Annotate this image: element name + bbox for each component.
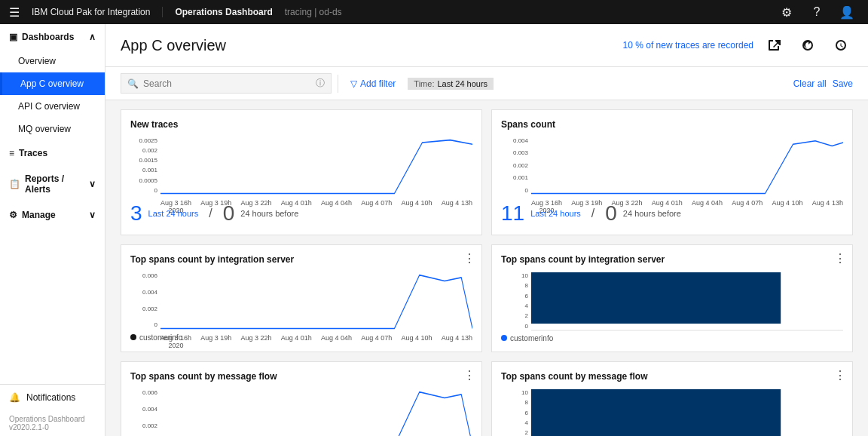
new-traces-stat-right: 0	[223, 201, 235, 226]
filter-icon: ▽	[350, 78, 357, 89]
x-label-8: Aug 4 13h	[442, 199, 472, 214]
top-spans-line-y-axis: 0.006 0.004 0.002 0	[130, 271, 157, 330]
top-spans-msg-flow-bar-menu[interactable]: ⋮	[834, 368, 846, 382]
top-spans-msg-flow-line-card: Top spans count by message flow ⋮ 0.006 …	[121, 361, 482, 436]
top-spans-int-server-line-title: Top spans count by integration server	[130, 254, 472, 265]
content-header-actions: 10 % of new traces are recorded	[623, 33, 853, 57]
top-spans-msg-flow-bar-inner	[531, 388, 843, 436]
traces-icon: ≡	[9, 148, 14, 158]
y-label-6: 0	[154, 187, 157, 194]
search-input[interactable]	[143, 78, 316, 89]
top-spans-int-server-bar-title: Top spans count by integration server	[501, 254, 843, 265]
x-label-6: Aug 4 07h	[361, 199, 392, 214]
traces-label: Traces	[19, 148, 47, 158]
x-label-7: Aug 4 10h	[402, 199, 432, 214]
sidebar-section-header-manage[interactable]: ⚙ Manage ∨	[0, 202, 105, 228]
top-spans-msg-flow-bar-title: Top spans count by message flow	[501, 371, 843, 382]
legend-label-bar: customerinfo	[510, 334, 553, 342]
filter-tags-area: Time: Last 24 hours	[408, 78, 787, 90]
add-filter-button[interactable]: ▽ Add filter	[344, 75, 402, 92]
sidebar-item-appc-overview[interactable]: App C overview	[0, 72, 105, 95]
time-icon[interactable]	[829, 33, 853, 57]
new-traces-stat-right-label: 24 hours before	[240, 209, 298, 218]
search-box[interactable]: 🔍 ⓘ	[121, 73, 332, 94]
top-spans-bar-y-axis: 10 8 6 4 2 0	[501, 271, 528, 331]
sidebar-item-overview[interactable]: Overview	[0, 50, 105, 72]
topbar: ☰ IBM Cloud Pak for Integration Operatio…	[0, 0, 868, 24]
top-spans-int-server-bar-menu[interactable]: ⋮	[834, 251, 846, 266]
legend-label: customerinfo	[139, 333, 182, 342]
dashboards-icon: ▣	[9, 32, 17, 42]
y-label-5: 0.0005	[139, 177, 157, 184]
info-icon[interactable]: ⓘ	[316, 77, 325, 90]
new-traces-stat-left-label: Last 24 hours	[148, 209, 199, 218]
new-traces-stat-left: 3	[130, 201, 142, 226]
top-spans-int-server-line-menu[interactable]: ⋮	[463, 251, 475, 266]
top-spans-msg-flow-bar-wrapper: 10 8 6 4 2 0	[501, 388, 843, 436]
time-filter-tag[interactable]: Time: Last 24 hours	[408, 78, 494, 90]
top-spans-int-server-bar-wrapper: 10 8 6 4 2 0	[501, 271, 843, 331]
top-spans-int-server-bar-inner	[531, 271, 843, 331]
filter-bar: 🔍 ⓘ ▽ Add filter Time: Last 24 hours Cle…	[105, 67, 868, 100]
new-traces-card: New traces 0.0025 0.002 0.0015 0.001 0.0…	[121, 109, 482, 235]
notifications-label: Notifications	[26, 392, 75, 403]
legend-dot	[130, 334, 136, 340]
topbar-actions: ⚙ ? 👤	[775, 0, 859, 24]
top-spans-msg-flow-line-inner: Aug 3 16h2020 Aug 3 19h Aug 3 22h Aug 4 …	[160, 388, 472, 436]
sidebar-item-apic-overview[interactable]: API C overview	[0, 95, 105, 118]
traces-percentage-link[interactable]: 10 % of new traces are recorded	[623, 40, 753, 51]
share-icon[interactable]	[763, 33, 787, 57]
clear-all-button[interactable]: Clear all	[793, 78, 827, 89]
y-label-2: 0.002	[142, 147, 157, 154]
filter-divider	[338, 75, 338, 93]
settings-icon[interactable]: ⚙	[775, 0, 799, 24]
stat-divider: /	[204, 207, 216, 220]
top-spans-msg-flow-bar-svg	[531, 388, 843, 436]
manage-label: Manage	[22, 210, 56, 220]
sidebar-bottom: 🔔 Notifications Operations Dashboard v20…	[0, 384, 105, 436]
manage-chevron: ∨	[89, 210, 96, 220]
top-spans-int-server-svg	[160, 271, 472, 330]
page-title: App C overview	[121, 37, 226, 54]
top-spans-int-server-bar-card: Top spans count by integration server ⋮ …	[491, 244, 853, 352]
user-icon[interactable]: 👤	[835, 0, 859, 24]
topbar-title: Operations Dashboard	[162, 7, 272, 17]
spans-count-y-axis: 0.004 0.003 0.002 0.001 0	[501, 136, 528, 195]
new-traces-chart-wrapper: 0.0025 0.002 0.0015 0.001 0.0005 0 Aug 3…	[130, 136, 472, 195]
sidebar-section-header-traces[interactable]: ≡ Traces	[0, 140, 105, 166]
notifications-item[interactable]: 🔔 Notifications	[0, 385, 105, 410]
top-spans-msg-flow-line-menu[interactable]: ⋮	[463, 368, 475, 382]
help-icon[interactable]: ?	[805, 0, 829, 24]
sidebar-section-header-dashboards[interactable]: ▣ Dashboards ∧	[0, 24, 105, 50]
spans-count-chart-inner: Aug 3 16h2020 Aug 3 19h Aug 3 22h Aug 4 …	[531, 136, 843, 195]
main-layout: ▣ Dashboards ∧ Overview App C overview A…	[0, 24, 868, 436]
content: App C overview 10 % of new traces are re…	[105, 24, 868, 436]
spans-count-svg	[531, 136, 843, 195]
refresh-icon[interactable]	[796, 33, 820, 57]
overview-label: Overview	[18, 56, 56, 66]
x-label-5: Aug 4 04h	[321, 199, 352, 214]
spans-count-card: Spans count 0.004 0.003 0.002 0.001 0	[491, 109, 853, 235]
search-icon: 🔍	[127, 78, 139, 89]
new-traces-y-axis: 0.0025 0.002 0.0015 0.001 0.0005 0	[130, 136, 157, 195]
reports-label: Reports / Alerts	[25, 173, 89, 195]
sidebar-item-mq-overview[interactable]: MQ overview	[0, 118, 105, 140]
add-filter-label: Add filter	[360, 78, 396, 89]
sidebar-section-header-reports[interactable]: 📋 Reports / Alerts ∨	[0, 166, 105, 202]
spans-stat-left-label: Last 24 hours	[530, 209, 581, 218]
breadcrumb: tracing | od-ds	[285, 7, 342, 17]
sidebar-section-dashboards: ▣ Dashboards ∧ Overview App C overview A…	[0, 24, 105, 140]
top-spans-int-server-line-card: Top spans count by integration server ⋮ …	[121, 244, 482, 352]
dashboards-chevron: ∧	[89, 32, 96, 42]
top-spans-msg-flow-svg	[160, 388, 472, 436]
bell-icon: 🔔	[9, 392, 20, 403]
legend-dot-bar	[501, 335, 507, 341]
manage-icon: ⚙	[9, 210, 17, 220]
top-spans-int-server-line-inner: Aug 3 16h2020 Aug 3 19h Aug 3 22h Aug 4 …	[160, 271, 472, 330]
content-header: App C overview 10 % of new traces are re…	[105, 24, 868, 67]
dashboard-grid: New traces 0.0025 0.002 0.0015 0.001 0.0…	[105, 100, 868, 436]
spans-count-chart-wrapper: 0.004 0.003 0.002 0.001 0 Aug 3 16h2020 …	[501, 136, 843, 195]
mq-overview-label: MQ overview	[18, 124, 71, 134]
menu-icon[interactable]: ☰	[9, 5, 20, 20]
save-button[interactable]: Save	[833, 78, 853, 89]
